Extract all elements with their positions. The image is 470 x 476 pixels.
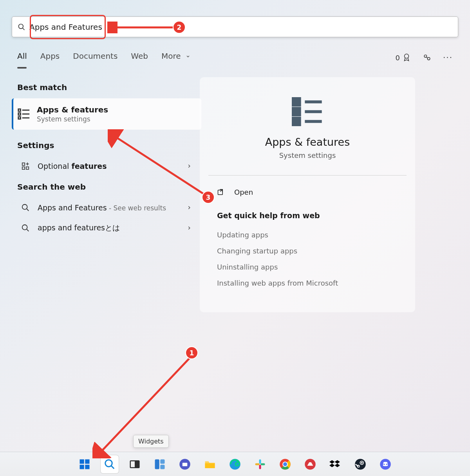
svg-point-58: [383, 463, 385, 465]
svg-point-59: [386, 463, 387, 465]
search-icon: [21, 203, 30, 212]
best-match-result[interactable]: Apps & features System settings: [12, 98, 201, 130]
taskbar-app-explorer[interactable]: [201, 455, 219, 473]
edge-icon: [229, 458, 241, 470]
taskbar-app-expressvpn[interactable]: [301, 455, 319, 473]
widgets-button[interactable]: [151, 455, 169, 473]
best-match-subtitle: System settings: [37, 115, 108, 123]
svg-rect-5: [18, 109, 21, 111]
svg-rect-30: [80, 465, 84, 469]
filter-tabs: All Apps Documents Web More 0 ···: [17, 51, 453, 64]
svg-line-33: [111, 465, 114, 469]
svg-rect-9: [18, 117, 21, 119]
dropbox-icon: [329, 458, 341, 470]
svg-rect-22: [293, 109, 300, 115]
annotation-circle-3: 3: [202, 191, 215, 204]
chat-icon: [179, 458, 191, 470]
taskbar-app-discord[interactable]: [376, 455, 394, 473]
svg-rect-13: [26, 167, 29, 169]
web-result-1[interactable]: apps and featuresとは: [17, 217, 196, 239]
svg-rect-24: [293, 118, 300, 125]
settings-header: Settings: [17, 141, 196, 150]
svg-line-19: [27, 229, 29, 231]
tab-all[interactable]: All: [17, 51, 27, 64]
taskbar-tooltip: Widgets: [133, 435, 169, 448]
discord-icon: [380, 458, 391, 470]
svg-point-18: [22, 225, 27, 230]
start-button[interactable]: [76, 455, 94, 473]
apps-list-icon: [17, 107, 31, 121]
task-view-button[interactable]: [126, 455, 144, 473]
svg-rect-45: [259, 465, 261, 469]
svg-rect-41: [205, 463, 215, 468]
results-column: Best match Apps & features System settin…: [17, 83, 196, 239]
apps-grid-plus-icon: [21, 162, 30, 170]
search-input[interactable]: [29, 22, 452, 32]
chevron-right-icon: [186, 163, 192, 169]
search-icon: [104, 458, 116, 470]
search-icon: [18, 23, 25, 31]
account-switch-icon[interactable]: [423, 53, 431, 62]
svg-rect-29: [85, 459, 89, 463]
svg-rect-35: [131, 461, 135, 467]
svg-rect-26: [218, 190, 223, 195]
tab-more[interactable]: More: [161, 51, 190, 64]
more-options-button[interactable]: ···: [443, 53, 453, 62]
chevron-right-icon: [186, 205, 192, 210]
taskbar-app-edge[interactable]: [226, 455, 244, 473]
taskbar-app-steam[interactable]: [351, 455, 369, 473]
svg-rect-7: [18, 113, 21, 115]
web-result-0[interactable]: Apps and Features - See web results: [17, 198, 196, 217]
tab-web[interactable]: Web: [131, 51, 148, 64]
taskbar: [0, 452, 470, 476]
web-result-label: apps and featuresとは: [38, 223, 120, 233]
rewards-indicator[interactable]: 0: [395, 53, 410, 62]
details-panel: Apps & features System settings Open Get…: [200, 77, 415, 312]
svg-point-55: [361, 462, 363, 463]
svg-rect-12: [22, 167, 25, 169]
best-match-header: Best match: [17, 83, 196, 92]
best-match-title: Apps & features: [37, 105, 108, 114]
settings-item-optional-features[interactable]: Optional features: [17, 156, 196, 176]
svg-rect-37: [160, 459, 164, 463]
help-header: Get quick help from web: [217, 211, 404, 220]
svg-point-3: [424, 55, 427, 57]
tab-apps[interactable]: Apps: [40, 51, 60, 64]
svg-rect-31: [85, 465, 89, 469]
task-view-icon: [129, 458, 141, 470]
divider: [208, 175, 407, 176]
taskbar-app-slack[interactable]: [251, 455, 269, 473]
help-link-0[interactable]: Updating apps: [211, 227, 404, 243]
svg-line-1: [23, 28, 25, 30]
folder-icon: [204, 458, 216, 470]
panel-subtitle: System settings: [211, 151, 404, 159]
svg-line-17: [27, 209, 29, 211]
search-icon: [21, 224, 30, 232]
steam-icon: [354, 458, 366, 470]
taskbar-app-chrome[interactable]: [276, 455, 294, 473]
svg-rect-36: [155, 459, 159, 469]
search-bar[interactable]: [12, 16, 458, 37]
slack-icon: [254, 458, 266, 470]
svg-point-51: [283, 462, 287, 466]
help-link-1[interactable]: Changing startup apps: [211, 243, 404, 259]
web-result-label: Apps and Features - See web results: [38, 203, 166, 212]
annotation-circle-2: 2: [173, 21, 186, 34]
tab-documents[interactable]: Documents: [73, 51, 118, 64]
taskbar-app-dropbox[interactable]: [326, 455, 344, 473]
svg-rect-43: [259, 459, 261, 463]
help-link-2[interactable]: Uninstalling apps: [211, 259, 404, 275]
svg-point-4: [427, 58, 430, 60]
apps-list-large-icon: [292, 96, 323, 127]
panel-title: Apps & features: [211, 136, 404, 148]
svg-rect-28: [80, 459, 84, 463]
svg-rect-38: [160, 465, 164, 469]
chevron-down-icon: [186, 54, 190, 59]
svg-point-53: [355, 459, 366, 470]
taskbar-app-chat[interactable]: [176, 455, 194, 473]
help-link-3[interactable]: Installing web apps from Microsoft: [211, 275, 404, 291]
search-taskbar-button[interactable]: [101, 455, 119, 473]
svg-rect-20: [293, 99, 300, 105]
open-button[interactable]: Open: [211, 184, 404, 200]
widgets-icon: [154, 458, 166, 470]
